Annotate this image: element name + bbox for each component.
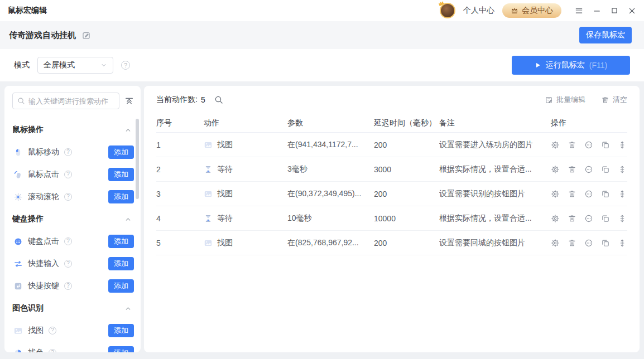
- help-icon[interactable]: ?: [64, 237, 72, 245]
- collapse-all-icon[interactable]: [124, 96, 134, 106]
- clear-button[interactable]: 清空: [601, 95, 627, 105]
- row-move-icon[interactable]: [618, 239, 627, 248]
- row-move-icon[interactable]: [618, 140, 627, 149]
- find-image-icon: [204, 140, 213, 149]
- find-image-icon: [13, 326, 23, 336]
- help-icon[interactable]: ?: [64, 171, 72, 178]
- table-row: 3 找图 在(90,372,349,495)... 200 设置需要识别的按钮图…: [156, 182, 627, 206]
- hourglass-icon: [204, 165, 213, 174]
- avatar-crown-icon: [436, 0, 446, 8]
- row-more-icon[interactable]: [584, 165, 593, 174]
- row-delete-icon[interactable]: [568, 214, 576, 223]
- mode-select[interactable]: 全屏模式: [37, 57, 113, 74]
- row-delete-icon[interactable]: [568, 190, 576, 198]
- maximize-icon[interactable]: [611, 7, 618, 14]
- sidebar-item-mouse-move: 鼠标移动 ? 添加: [12, 141, 134, 163]
- help-icon[interactable]: ?: [49, 327, 56, 334]
- table-search-icon[interactable]: [214, 95, 223, 104]
- action-sidebar: 鼠标操作 鼠标移动 ? 添加 鼠标点击 ? 添加 滚动滚轮: [4, 86, 141, 352]
- minimize-icon[interactable]: [593, 7, 601, 15]
- add-quick-input-button[interactable]: 添加: [108, 257, 134, 270]
- row-copy-icon[interactable]: [601, 140, 610, 149]
- row-move-icon[interactable]: [618, 214, 627, 223]
- group-image-color-recognition[interactable]: 图色识别: [12, 297, 134, 319]
- sidebar-item-quick-press: 快捷按键 ? 添加: [12, 275, 134, 297]
- row-settings-icon[interactable]: [551, 140, 560, 149]
- user-center-link[interactable]: 个人中心: [463, 6, 494, 16]
- member-center-button[interactable]: 会员中心: [502, 3, 561, 18]
- row-delete-icon[interactable]: [568, 140, 576, 149]
- group-keyboard-operations[interactable]: 键盘操作: [12, 208, 134, 230]
- row-delete-icon[interactable]: [568, 165, 576, 174]
- chevron-down-icon: [100, 62, 107, 69]
- row-delay: 10000: [374, 214, 439, 223]
- row-param: 在(941,434,1172,7...: [287, 140, 374, 150]
- add-scroll-wheel-button[interactable]: 添加: [108, 190, 134, 203]
- row-more-icon[interactable]: [584, 140, 593, 149]
- app-window: 鼠标宏编辑 个人中心 会员中心 传奇游戏自动挂机 保存鼠标宏 模式: [0, 0, 644, 359]
- row-more-icon[interactable]: [584, 214, 593, 223]
- sidebar-item-mouse-click: 鼠标点击 ? 添加: [12, 163, 134, 186]
- sidebar-scrollbar[interactable]: [136, 119, 139, 199]
- add-quick-press-button[interactable]: 添加: [108, 279, 134, 293]
- row-copy-icon[interactable]: [601, 190, 610, 198]
- keyboard-click-icon: [13, 237, 23, 246]
- menu-icon[interactable]: [575, 7, 583, 15]
- row-delete-icon[interactable]: [568, 239, 576, 248]
- run-macro-button[interactable]: 运行鼠标宏 (F11): [512, 56, 630, 75]
- row-copy-icon[interactable]: [601, 165, 610, 174]
- action-search-input[interactable]: [12, 93, 119, 109]
- help-icon[interactable]: ?: [64, 193, 72, 201]
- app-title: 鼠标宏编辑: [8, 6, 47, 16]
- help-icon[interactable]: ?: [64, 260, 72, 268]
- row-remark: 根据实际情况，设置合适...: [439, 164, 551, 174]
- save-macro-button[interactable]: 保存鼠标宏: [579, 27, 632, 43]
- action-search-field[interactable]: [28, 97, 114, 105]
- add-find-image-button[interactable]: 添加: [108, 324, 134, 337]
- group-label: 鼠标操作: [12, 125, 44, 135]
- find-image-icon: [204, 190, 213, 198]
- item-label: 快捷按键: [28, 281, 59, 291]
- row-copy-icon[interactable]: [601, 214, 610, 223]
- add-mouse-move-button[interactable]: 添加: [108, 145, 134, 159]
- row-remark: 设置需要识别的按钮图片: [439, 189, 551, 199]
- add-mouse-click-button[interactable]: 添加: [108, 168, 134, 181]
- avatar[interactable]: [440, 3, 455, 18]
- help-icon[interactable]: ?: [49, 349, 56, 352]
- table-row: 1 找图 在(941,434,1172,7... 200 设置需要进入练功房的图…: [156, 133, 627, 157]
- row-remark: 设置需要进入练功房的图片: [439, 140, 551, 150]
- help-icon[interactable]: ?: [64, 148, 72, 156]
- sidebar-item-find-color: 找色 ? 添加: [12, 342, 134, 352]
- chevron-up-icon: [124, 216, 132, 223]
- item-label: 滚动滚轮: [28, 192, 59, 202]
- row-action-label: 找图: [217, 140, 233, 150]
- sidebar-item-scroll-wheel: 滚动滚轮 ? 添加: [12, 186, 134, 208]
- row-no: 1: [156, 140, 204, 149]
- group-mouse-operations[interactable]: 鼠标操作: [12, 119, 134, 141]
- batch-edit-button[interactable]: 批量编辑: [545, 95, 585, 105]
- add-find-color-button[interactable]: 添加: [108, 346, 134, 352]
- row-settings-icon[interactable]: [551, 239, 560, 248]
- row-move-icon[interactable]: [618, 190, 627, 198]
- row-settings-icon[interactable]: [551, 165, 560, 174]
- close-icon[interactable]: [628, 7, 636, 15]
- add-keyboard-click-button[interactable]: 添加: [108, 235, 134, 248]
- mode-select-value: 全屏模式: [44, 60, 75, 70]
- help-icon[interactable]: ?: [64, 282, 72, 290]
- group-label: 图色识别: [12, 303, 44, 313]
- row-more-icon[interactable]: [584, 190, 593, 198]
- row-more-icon[interactable]: [584, 239, 593, 248]
- row-move-icon[interactable]: [618, 165, 627, 174]
- row-action-label: 找图: [217, 238, 233, 248]
- batch-edit-label: 批量编辑: [556, 95, 585, 105]
- action-table-panel: 当前动作数: 5 批量编辑 清空 序号 动作 参数: [144, 86, 640, 352]
- row-param: 3毫秒: [287, 164, 374, 174]
- row-settings-icon[interactable]: [551, 190, 560, 198]
- table-row: 2 等待 3毫秒 3000 根据实际情况，设置合适...: [156, 157, 627, 182]
- edit-macro-name-icon[interactable]: [81, 31, 91, 40]
- row-settings-icon[interactable]: [551, 214, 560, 223]
- mode-help-icon[interactable]: ?: [121, 61, 130, 70]
- item-label: 快捷输入: [28, 259, 59, 269]
- sidebar-item-find-image: 找图 ? 添加: [12, 319, 134, 342]
- row-copy-icon[interactable]: [601, 239, 610, 248]
